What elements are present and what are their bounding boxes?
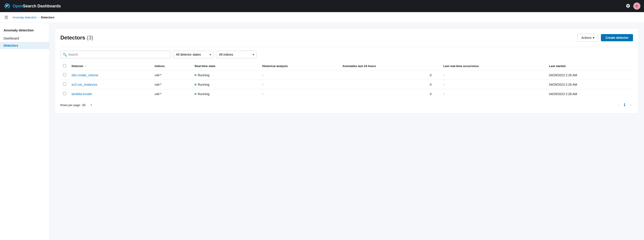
actions-chevron-icon: ▾ xyxy=(593,36,594,40)
col-last-realtime: Last real-time occurrence xyxy=(440,62,546,70)
table-row: ebs-create_volume cwl-* Running - 0 - 04… xyxy=(60,70,633,80)
pagination-row: Rows per page: 20 50 100 ‹ 1 › xyxy=(60,102,633,108)
user-avatar[interactable]: C xyxy=(633,2,640,10)
table-body: ebs-create_volume cwl-* Running - 0 - 04… xyxy=(60,70,633,99)
detector-state-filter[interactable]: All detector states xyxy=(173,51,214,58)
row-anomalies: 0 xyxy=(340,70,440,80)
main-content: Detectors (3) Actions ▾ Create detector … xyxy=(49,23,644,240)
create-detector-button[interactable]: Create detector xyxy=(601,34,633,41)
detector-count: (3) xyxy=(86,34,93,40)
col-anomalies: Anomalies last 24 hours xyxy=(340,62,440,70)
row-checkbox-cell xyxy=(60,89,69,99)
app-name: OpenSearch Dashboards xyxy=(12,4,61,8)
breadcrumb-parent[interactable]: Anomaly detection xyxy=(12,16,36,19)
select-all-checkbox[interactable] xyxy=(63,64,66,67)
prev-page-button[interactable]: ‹ xyxy=(616,102,621,108)
content-header: Detectors (3) Actions ▾ Create detector xyxy=(60,34,633,42)
row-realtime-state: Running xyxy=(192,70,260,80)
row-historical: - xyxy=(260,70,340,80)
row-detector-name: ebs-create_volume xyxy=(69,70,152,80)
top-navigation: OpenSearch Dashboards C xyxy=(0,0,644,12)
topnav-left: OpenSearch Dashboards xyxy=(4,2,61,10)
content-card: Detectors (3) Actions ▾ Create detector … xyxy=(55,28,638,114)
running-dot-icon xyxy=(194,84,196,86)
row-state-label: Running xyxy=(198,73,209,77)
sort-arrow-icon: ↑ xyxy=(85,65,86,68)
next-page-button[interactable]: › xyxy=(628,102,633,108)
table-row: lambda-invoke cwl-* Running - 0 - 04/29/… xyxy=(60,89,633,99)
col-last-started: Last started xyxy=(546,62,633,70)
col-realtime-state: Real-time state xyxy=(192,62,260,70)
header-actions: Actions ▾ Create detector xyxy=(577,34,633,42)
row-state-label: Running xyxy=(198,92,209,96)
indices-filter[interactable]: All indices xyxy=(216,51,256,58)
row-anomalies: 0 xyxy=(340,80,440,89)
row-detector-name: ec2-run_instances xyxy=(69,80,152,89)
running-dot-icon xyxy=(194,74,196,76)
row-last-realtime: - xyxy=(440,80,546,89)
app-logo[interactable]: OpenSearch Dashboards xyxy=(4,2,61,10)
settings-icon[interactable] xyxy=(626,3,630,9)
search-wrapper: 🔍 xyxy=(60,51,170,58)
filters-row: 🔍 All detector states All indices xyxy=(60,51,633,58)
rows-per-page-select[interactable]: 20 50 100 xyxy=(82,104,91,107)
sidebar-item-detectors[interactable]: Detectors xyxy=(0,42,49,49)
row-last-realtime: - xyxy=(440,70,546,80)
select-all-col xyxy=(60,62,69,70)
breadcrumb-separator: / xyxy=(38,16,39,19)
row-indices: cwl-* xyxy=(152,89,192,99)
row-checkbox-cell xyxy=(60,80,69,89)
sidebar-section-title: Anomaly detection xyxy=(0,26,49,35)
detector-state-filter-wrapper: All detector states xyxy=(173,51,214,58)
row-realtime-state: Running xyxy=(192,80,260,89)
row-anomalies: 0 xyxy=(340,89,440,99)
detector-link-0[interactable]: ebs-create_volume xyxy=(72,73,98,77)
row-checkbox-1[interactable] xyxy=(63,82,66,86)
rows-per-page: Rows per page: 20 50 100 xyxy=(60,104,92,107)
table-header: Detector ↑ Indices Real-time state Histo… xyxy=(60,62,633,70)
col-indices: Indices xyxy=(152,62,192,70)
row-last-started: 04/29/2023 2:26 AM xyxy=(546,70,633,80)
row-last-started: 04/29/2023 2:26 AM xyxy=(546,80,633,89)
breadcrumb-bar: ☰ Anomaly detection / Detectors xyxy=(0,12,644,23)
rows-per-page-select-wrapper: 20 50 100 xyxy=(82,104,92,107)
row-indices: cwl-* xyxy=(152,70,192,80)
opensearch-logo-icon xyxy=(4,2,11,10)
sidebar-item-dashboard[interactable]: Dashboard xyxy=(0,35,49,42)
row-last-started: 04/29/2023 2:26 AM xyxy=(546,89,633,99)
col-historical: Historical analysis xyxy=(260,62,340,70)
row-checkbox-0[interactable] xyxy=(63,73,66,76)
row-historical: - xyxy=(260,89,340,99)
pagination-nav: ‹ 1 › xyxy=(616,102,633,108)
row-realtime-state: Running xyxy=(192,89,260,99)
col-detector[interactable]: Detector ↑ xyxy=(69,62,152,70)
row-state-label: Running xyxy=(198,83,209,86)
col-detector-label: Detector xyxy=(72,64,84,68)
menu-toggle-icon[interactable]: ☰ xyxy=(4,15,8,20)
row-detector-name: lambda-invoke xyxy=(69,89,152,99)
breadcrumb-current: Detectors xyxy=(41,16,54,19)
running-dot-icon xyxy=(194,93,196,95)
page-1-button[interactable]: 1 xyxy=(622,102,628,108)
table-row: ec2-run_instances cwl-* Running - 0 - 04… xyxy=(60,80,633,89)
row-indices: cwl-* xyxy=(152,80,192,89)
indices-filter-wrapper: All indices xyxy=(216,51,256,58)
page-title: Detectors (3) xyxy=(60,34,93,41)
row-last-realtime: - xyxy=(440,89,546,99)
detector-link-1[interactable]: ec2-run_instances xyxy=(72,83,97,86)
search-input[interactable] xyxy=(60,51,170,58)
sidebar: Anomaly detection Dashboard Detectors xyxy=(0,23,49,240)
detectors-table: Detector ↑ Indices Real-time state Histo… xyxy=(60,62,633,98)
topnav-right: C xyxy=(626,2,640,10)
row-checkbox-cell xyxy=(60,70,69,80)
detector-link-2[interactable]: lambda-invoke xyxy=(72,92,92,96)
search-icon: 🔍 xyxy=(62,52,67,57)
main-layout: Anomaly detection Dashboard Detectors De… xyxy=(0,23,644,240)
actions-button[interactable]: Actions ▾ xyxy=(577,34,598,42)
row-checkbox-2[interactable] xyxy=(63,92,66,95)
rows-per-page-label: Rows per page: xyxy=(60,104,81,107)
row-historical: - xyxy=(260,80,340,89)
